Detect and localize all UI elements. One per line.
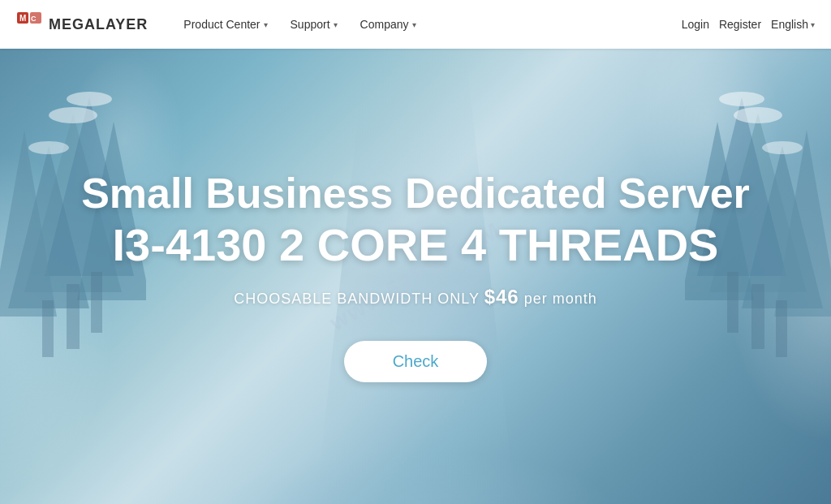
register-link[interactable]: Register xyxy=(719,18,761,31)
chevron-down-icon: ▾ xyxy=(334,20,338,29)
hero-subtitle-prefix: CHOOSABLE BANDWIDTH ONLY xyxy=(234,291,484,307)
chevron-down-icon: ▾ xyxy=(264,20,268,29)
logo[interactable]: M C MEGALAYER xyxy=(16,11,148,37)
hero-subtitle-price: $46 xyxy=(484,286,519,308)
hero-subtitle: CHOOSABLE BANDWIDTH ONLY $46 per month xyxy=(81,286,750,308)
svg-text:C: C xyxy=(31,15,37,23)
logo-icon: M C xyxy=(16,11,42,37)
chevron-down-icon: ▾ xyxy=(412,20,416,29)
nav-links: Product Center ▾ Support ▾ Company ▾ xyxy=(172,0,681,49)
hero-content: Small Business Dedicated Server I3-4130 … xyxy=(49,170,782,383)
nav-company[interactable]: Company ▾ xyxy=(349,0,428,49)
nav-right: Login Register English ▾ xyxy=(682,18,815,31)
brand-name: MEGALAYER xyxy=(49,16,148,33)
nav-product-center[interactable]: Product Center ▾ xyxy=(172,0,278,49)
language-selector[interactable]: English ▾ xyxy=(771,18,815,31)
hero-section: www.52PS.COM Small Business Dedicated Se… xyxy=(0,49,831,504)
check-button[interactable]: Check xyxy=(344,341,488,382)
navbar: M C MEGALAYER Product Center ▾ Support ▾… xyxy=(0,0,831,49)
login-link[interactable]: Login xyxy=(682,18,709,31)
nav-support[interactable]: Support ▾ xyxy=(279,0,349,49)
svg-text:M: M xyxy=(19,14,26,23)
chevron-down-icon: ▾ xyxy=(811,20,815,29)
hero-title-line2: I3-4130 2 CORE 4 THREADS xyxy=(81,220,750,270)
hero-subtitle-suffix: per month xyxy=(519,291,597,307)
hero-title-line1: Small Business Dedicated Server xyxy=(81,170,750,217)
